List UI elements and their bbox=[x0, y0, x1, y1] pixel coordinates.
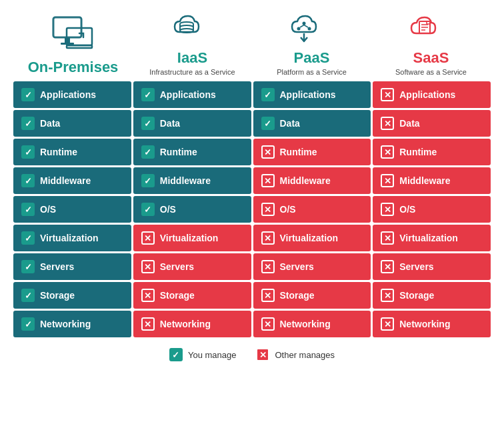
cell-label: Virtualization bbox=[160, 233, 219, 243]
cell-label: Data bbox=[160, 118, 180, 129]
cell-label: Networking bbox=[399, 319, 450, 329]
x-icon: ✕ bbox=[141, 260, 155, 273]
cell-label: Applications bbox=[160, 89, 216, 100]
cell-label: Middleware bbox=[160, 175, 211, 186]
cell-label: Middleware bbox=[40, 175, 91, 186]
svg-rect-5 bbox=[67, 45, 92, 48]
legend-other-manages-label: Other manages bbox=[275, 350, 335, 360]
cell-label: Runtime bbox=[160, 147, 197, 157]
x-icon: ✕ bbox=[381, 203, 394, 216]
check-icon: ✓ bbox=[21, 174, 35, 187]
x-icon: ✕ bbox=[261, 231, 275, 245]
grid-cell: ✕Networking bbox=[253, 311, 371, 337]
grid-row: ✓Runtime✓Runtime✕Runtime✕Runtime bbox=[13, 139, 491, 165]
check-icon: ✓ bbox=[21, 145, 35, 159]
x-icon: ✕ bbox=[381, 174, 394, 187]
paas-title: PaaS bbox=[294, 49, 330, 67]
grid-row: ✓Networking✕Networking✕Networking✕Networ… bbox=[13, 311, 491, 337]
legend: ✓ You manage ✕ Other manages bbox=[169, 348, 335, 361]
grid-cell: ✕Virtualization bbox=[253, 225, 371, 251]
header-row: On-Premises IaaS Infrastructure as a Ser… bbox=[13, 7, 491, 76]
database-cloud-icon bbox=[169, 7, 216, 47]
legend-you-manage-label: You manage bbox=[188, 350, 237, 360]
network-cloud-icon bbox=[289, 7, 335, 47]
cell-label: Applications bbox=[399, 89, 455, 100]
cell-label: Virtualization bbox=[40, 233, 99, 243]
cell-label: Data bbox=[399, 118, 419, 129]
grid-cell: ✕Servers bbox=[253, 253, 371, 280]
grid-cell: ✓Middleware bbox=[13, 167, 131, 194]
cell-label: O/S bbox=[280, 204, 296, 215]
cell-label: Middleware bbox=[399, 175, 450, 186]
on-premises-title: On-Premises bbox=[28, 59, 119, 76]
grid-cell: ✓Virtualization bbox=[13, 225, 131, 251]
cell-label: Virtualization bbox=[399, 233, 458, 243]
grid-cell: ✕Servers bbox=[373, 253, 491, 280]
x-icon: ✕ bbox=[261, 203, 275, 216]
col-saas: SaaS Software as a Service bbox=[371, 7, 491, 76]
grid-cell: ✓O/S bbox=[13, 196, 131, 223]
grid-row: ✓Storage✕Storage✕Storage✕Storage bbox=[13, 282, 491, 309]
check-icon: ✓ bbox=[21, 231, 35, 245]
grid-cell: ✓O/S bbox=[133, 196, 251, 223]
cell-label: Runtime bbox=[399, 147, 437, 157]
grid-cell: ✕Networking bbox=[133, 311, 251, 337]
grid-row: ✓Data✓Data✓Data✕Data bbox=[13, 110, 491, 137]
grid-cell: ✕Storage bbox=[133, 282, 251, 309]
grid-cell: ✕Applications bbox=[373, 81, 491, 108]
grid-cell: ✕Middleware bbox=[253, 167, 371, 194]
grid-row: ✓O/S✓O/S✕O/S✕O/S bbox=[13, 196, 491, 223]
legend-check-icon: ✓ bbox=[169, 348, 183, 361]
col-paas: PaaS Platform as a Service bbox=[252, 7, 371, 76]
x-icon: ✕ bbox=[381, 260, 394, 273]
cell-label: Virtualization bbox=[280, 233, 339, 243]
cell-label: Applications bbox=[40, 89, 96, 100]
check-icon: ✓ bbox=[21, 317, 35, 331]
cell-label: O/S bbox=[160, 204, 176, 215]
check-icon: ✓ bbox=[261, 117, 275, 130]
grid-cell: ✕Virtualization bbox=[133, 225, 251, 251]
grid-cell: ✓Servers bbox=[13, 253, 131, 280]
grid-row: ✓Middleware✓Middleware✕Middleware✕Middle… bbox=[13, 167, 491, 194]
grid-cell: ✕Runtime bbox=[253, 139, 371, 165]
cell-label: Runtime bbox=[40, 147, 77, 157]
x-icon: ✕ bbox=[381, 289, 394, 302]
grid-cell: ✕Runtime bbox=[373, 139, 491, 165]
cell-label: O/S bbox=[399, 204, 415, 215]
x-icon: ✕ bbox=[261, 317, 275, 331]
svg-line-18 bbox=[300, 25, 304, 28]
svg-point-16 bbox=[297, 27, 300, 31]
cell-label: Middleware bbox=[280, 175, 331, 186]
check-icon: ✓ bbox=[141, 203, 155, 216]
grid-cell: ✕Virtualization bbox=[373, 225, 491, 251]
cell-label: Servers bbox=[399, 261, 433, 272]
legend-other-manages: ✕ Other manages bbox=[256, 348, 335, 361]
grid: ✓Applications✓Applications✓Applications✕… bbox=[13, 81, 491, 337]
cell-label: Data bbox=[40, 118, 60, 129]
cell-label: Servers bbox=[280, 261, 314, 272]
cell-label: Servers bbox=[160, 261, 194, 272]
saas-title: SaaS bbox=[413, 49, 449, 67]
x-icon: ✕ bbox=[261, 260, 275, 273]
check-icon: ✓ bbox=[21, 88, 35, 101]
grid-cell: ✕Middleware bbox=[373, 167, 491, 194]
svg-point-17 bbox=[307, 27, 311, 31]
grid-cell: ✕Servers bbox=[133, 253, 251, 280]
legend-x-icon: ✕ bbox=[256, 348, 269, 361]
grid-cell: ✓Data bbox=[133, 110, 251, 137]
col-on-premises: On-Premises bbox=[13, 16, 133, 76]
cell-label: Applications bbox=[280, 89, 336, 100]
doc-cloud-icon bbox=[408, 7, 455, 47]
check-icon: ✓ bbox=[21, 289, 35, 302]
grid-cell: ✓Middleware bbox=[133, 167, 251, 194]
saas-subtitle: Software as a Service bbox=[395, 68, 467, 76]
desktop-icon bbox=[50, 16, 97, 56]
check-icon: ✓ bbox=[21, 117, 35, 130]
grid-row: ✓Applications✓Applications✓Applications✕… bbox=[13, 81, 491, 108]
grid-cell: ✓Applications bbox=[253, 81, 371, 108]
svg-point-15 bbox=[302, 22, 305, 25]
svg-line-19 bbox=[304, 25, 308, 28]
grid-cell: ✕Networking bbox=[373, 311, 491, 337]
cell-label: O/S bbox=[40, 204, 56, 215]
check-icon: ✓ bbox=[141, 145, 155, 159]
